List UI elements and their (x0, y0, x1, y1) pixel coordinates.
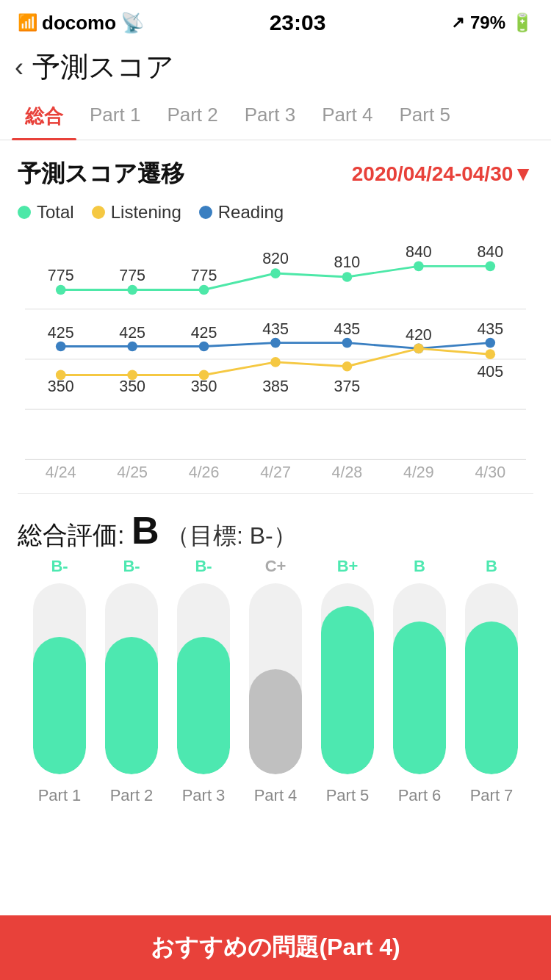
legend-total: Total (18, 202, 74, 223)
legend-reading: Reading (199, 202, 284, 223)
chart-section: 予測スコア遷移 2020/04/24-04/30▼ Total Listenin… (0, 140, 551, 493)
bar-part1: B- Part 1 (24, 557, 96, 805)
reading-dot (199, 206, 212, 219)
eval-grade: B (132, 509, 159, 552)
back-button[interactable]: ‹ (15, 54, 24, 81)
svg-text:405: 405 (477, 363, 503, 381)
svg-point-4 (56, 285, 66, 295)
tab-part5[interactable]: Part 5 (386, 93, 464, 140)
eval-label: 総合評価: (18, 521, 132, 549)
svg-text:810: 810 (334, 253, 361, 271)
svg-point-22 (342, 338, 353, 348)
svg-point-20 (199, 342, 209, 352)
page-title: 予測スコア (32, 48, 174, 86)
bar-wrapper-part5 (321, 583, 374, 774)
bar-fill-part6 (393, 621, 446, 774)
bar-fill-part5 (321, 606, 374, 774)
svg-point-38 (485, 349, 495, 359)
battery-label: 79% (470, 12, 505, 33)
bar-part4: C+ Part 4 (240, 557, 311, 805)
svg-point-6 (199, 285, 209, 295)
tab-part4[interactable]: Part 4 (309, 93, 386, 140)
bar-label-part5: Part 5 (326, 786, 370, 805)
svg-text:425: 425 (48, 324, 74, 342)
bar-label-part7: Part 7 (470, 786, 514, 805)
svg-text:4/29: 4/29 (403, 464, 434, 481)
svg-point-37 (414, 344, 424, 354)
tab-part1[interactable]: Part 1 (76, 93, 154, 140)
bar-fill-part2 (105, 637, 158, 774)
svg-point-9 (414, 262, 424, 272)
signal-icon: 📶 (18, 13, 37, 32)
svg-text:385: 385 (262, 378, 289, 395)
svg-point-36 (342, 361, 353, 372)
svg-point-18 (56, 342, 66, 352)
bar-label-part3: Part 3 (182, 786, 226, 805)
wifi-icon: 📡 (120, 12, 144, 35)
bar-part5: B+ Part 5 (311, 557, 383, 805)
svg-point-21 (270, 338, 281, 348)
listening-dot (92, 206, 105, 219)
bar-part6: B Part 6 (383, 557, 455, 805)
tab-part3[interactable]: Part 3 (231, 93, 309, 140)
bar-wrapper-part3 (177, 583, 230, 774)
svg-point-35 (270, 357, 281, 367)
spacer (0, 823, 551, 889)
svg-text:840: 840 (477, 243, 503, 261)
svg-text:4/26: 4/26 (189, 464, 220, 481)
bar-grade-part3: B- (195, 557, 212, 576)
chart-legend: Total Listening Reading (18, 202, 533, 223)
svg-text:350: 350 (119, 378, 145, 395)
bar-fill-part7 (465, 621, 518, 774)
eval-bar-chart: B- Part 1 B- Part 2 B- Part 3 C+ (18, 570, 533, 805)
date-range[interactable]: 2020/04/24-04/30▼ (352, 162, 533, 186)
recommend-button[interactable]: おすすめの問題(Part 4) (0, 915, 551, 980)
tab-all[interactable]: 総合 (12, 93, 76, 140)
svg-text:420: 420 (406, 326, 432, 344)
status-bar: 📶 docomo 📡 23:03 ↗ 79% 🔋 (0, 0, 551, 41)
bar-grade-part2: B- (123, 557, 140, 576)
svg-point-10 (485, 262, 495, 272)
svg-text:435: 435 (262, 320, 289, 338)
legend-listening-label: Listening (111, 202, 181, 223)
bar-part2: B- Part 2 (96, 557, 168, 805)
svg-text:4/25: 4/25 (117, 464, 148, 481)
svg-text:435: 435 (334, 320, 361, 338)
chart-svg: 775 775 775 820 810 840 840 425 425 425 … (25, 234, 526, 484)
tab-part2[interactable]: Part 2 (154, 93, 231, 140)
status-left: 📶 docomo 📡 (18, 12, 144, 35)
legend-listening: Listening (92, 202, 181, 223)
bar-part7: B Part 7 (455, 557, 527, 805)
header: ‹ 予測スコア (0, 41, 551, 93)
line-chart: 775 775 775 820 810 840 840 425 425 425 … (18, 234, 533, 484)
svg-point-5 (127, 285, 137, 295)
svg-text:4/30: 4/30 (475, 464, 505, 481)
svg-text:820: 820 (262, 250, 289, 267)
bar-wrapper-part7 (465, 583, 518, 774)
bar-fill-part4 (249, 669, 302, 774)
bar-fill-part1 (33, 637, 86, 774)
svg-text:4/28: 4/28 (332, 464, 363, 481)
bar-label-part4: Part 4 (254, 786, 298, 805)
svg-text:435: 435 (477, 320, 503, 338)
svg-point-8 (342, 272, 353, 282)
tab-bar: 総合 Part 1 Part 2 Part 3 Part 4 Part 5 (0, 93, 551, 140)
svg-text:425: 425 (191, 324, 217, 342)
status-time: 23:03 (270, 10, 326, 35)
svg-text:350: 350 (191, 378, 217, 395)
total-dot (18, 206, 31, 219)
svg-point-7 (270, 268, 281, 278)
carrier-label: docomo (42, 12, 116, 35)
bar-grade-part1: B- (51, 557, 68, 576)
bar-part3: B- Part 3 (168, 557, 240, 805)
svg-text:840: 840 (406, 243, 432, 261)
svg-point-19 (127, 342, 137, 352)
eval-title: 総合評価: B （目標: B-） (18, 508, 533, 552)
location-icon: ↗ (451, 13, 464, 32)
status-right: ↗ 79% 🔋 (451, 12, 533, 33)
battery-icon: 🔋 (511, 12, 533, 33)
bar-wrapper-part1 (33, 583, 86, 774)
bar-wrapper-part2 (105, 583, 158, 774)
bar-label-part1: Part 1 (38, 786, 82, 805)
svg-text:775: 775 (119, 267, 145, 284)
